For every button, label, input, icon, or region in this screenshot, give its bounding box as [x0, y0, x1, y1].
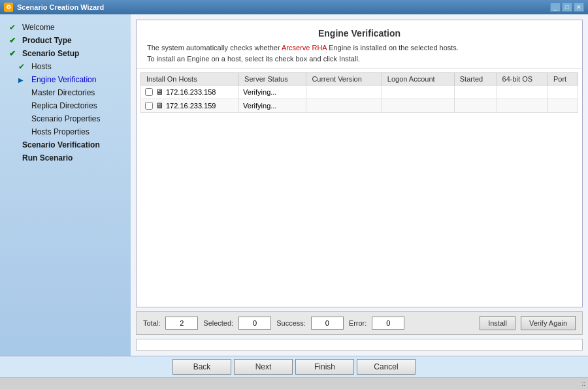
- selected-label: Selected:: [203, 319, 233, 327]
- logon-cell: [382, 86, 454, 99]
- host-cell: 🖥 172.16.233.158: [141, 86, 239, 99]
- success-input: [311, 317, 344, 330]
- sidebar-item-scenario-verification[interactable]: Scenario Verification: [0, 138, 131, 151]
- os64-cell: [497, 86, 547, 99]
- os64-cell: [497, 99, 547, 113]
- sidebar-label-scenario-properties: Scenario Properties: [31, 114, 100, 123]
- desc-pre: The system automatically checks whether: [147, 44, 282, 52]
- cancel-button[interactable]: Cancel: [357, 359, 416, 375]
- started-cell: [454, 86, 497, 99]
- status-bar: ::: [0, 377, 588, 389]
- status-cell: Verifying...: [239, 86, 306, 99]
- selected-input: [238, 317, 271, 330]
- col-install-on-hosts: Install On Hosts: [141, 73, 239, 86]
- sidebar-label-replica-directories: Replica Directories: [31, 101, 97, 110]
- host-checkbox[interactable]: [145, 102, 153, 110]
- col-port: Port: [547, 73, 578, 86]
- check-icon: ✔: [9, 36, 18, 45]
- sidebar-label-hosts: Hosts: [31, 62, 52, 71]
- sidebar-item-scenario-setup[interactable]: ✔ Scenario Setup: [0, 47, 131, 60]
- install-button[interactable]: Install: [480, 316, 515, 330]
- sidebar-label-scenario-setup: Scenario Setup: [22, 49, 79, 58]
- title-bar: ⚙ Scenario Creation Wizard _ □ ✕: [0, 0, 588, 14]
- host-checkbox[interactable]: [145, 88, 153, 96]
- close-button[interactable]: ✕: [574, 3, 584, 12]
- sidebar-item-replica-directories[interactable]: Replica Directories: [0, 99, 131, 112]
- version-cell: [306, 86, 382, 99]
- status-cell: Verifying...: [239, 99, 306, 113]
- sidebar-item-hosts[interactable]: ✔ Hosts: [0, 60, 131, 73]
- maximize-button[interactable]: □: [562, 3, 572, 12]
- error-input: [372, 317, 404, 330]
- sidebar-item-welcome[interactable]: ✔ Welcome: [0, 21, 131, 34]
- col-logon-account: Logon Account: [382, 73, 454, 86]
- title-controls[interactable]: _ □ ✕: [550, 3, 584, 12]
- col-started: Started: [454, 73, 497, 86]
- port-cell: [547, 99, 578, 113]
- next-button[interactable]: Next: [234, 359, 293, 375]
- footer: Back Next Finish Cancel: [0, 356, 588, 377]
- main-content: ✔ Welcome ✔ Product Type ✔ Scenario Setu…: [0, 14, 588, 356]
- col-current-version: Current Version: [306, 73, 382, 86]
- arrow-icon: ▶: [18, 76, 27, 84]
- sidebar-label-master-directories: Master Directories: [31, 88, 95, 97]
- arcserve-link[interactable]: Arcserve RHA: [282, 44, 327, 52]
- check-icon: ✔: [18, 62, 27, 71]
- sidebar-label-welcome: Welcome: [22, 23, 55, 32]
- host-table: Install On Hosts Server Status Current V…: [140, 72, 578, 113]
- table-area: Install On Hosts Server Status Current V…: [137, 69, 582, 307]
- logon-cell: [382, 99, 454, 113]
- progress-bar-area: [136, 339, 583, 350]
- version-cell: [306, 99, 382, 113]
- total-input: [165, 317, 198, 330]
- total-label: Total:: [143, 319, 160, 327]
- table-row[interactable]: 🖥 172.16.233.158 Verifying...: [141, 86, 578, 99]
- sidebar-item-product-type[interactable]: ✔ Product Type: [0, 34, 131, 47]
- finish-button[interactable]: Finish: [295, 359, 354, 375]
- desc2: To install an Engine on a host, select i…: [147, 55, 360, 63]
- window-title: Scenario Creation Wizard: [17, 3, 104, 11]
- check-icon: ✔: [9, 49, 18, 58]
- col-64bit-os: 64-bit OS: [497, 73, 547, 86]
- verify-again-button[interactable]: Verify Again: [521, 316, 576, 330]
- sidebar-item-hosts-properties[interactable]: Hosts Properties: [0, 125, 131, 138]
- back-button[interactable]: Back: [172, 359, 231, 375]
- table-row[interactable]: 🖥 172.16.233.159 Verifying...: [141, 99, 578, 113]
- desc-post: Engine is installed on the selected host…: [327, 44, 459, 52]
- content-box: Engine Verification The system automatic…: [136, 20, 583, 307]
- sidebar-label-scenario-verification: Scenario Verification: [22, 140, 100, 149]
- stats-bar: Total: Selected: Success: Error: Install…: [136, 311, 583, 335]
- sidebar-item-run-scenario[interactable]: Run Scenario: [0, 151, 131, 164]
- server-icon: 🖥: [155, 101, 163, 110]
- col-server-status: Server Status: [239, 73, 306, 86]
- sidebar-label-product-type: Product Type: [22, 36, 72, 45]
- app-icon: ⚙: [4, 3, 13, 12]
- right-panel: Engine Verification The system automatic…: [131, 14, 588, 356]
- content-header: Engine Verification The system automatic…: [137, 20, 582, 69]
- port-cell: [547, 86, 578, 99]
- page-title: Engine Verification: [147, 28, 572, 39]
- check-icon: ✔: [9, 23, 18, 32]
- host-address: 172.16.233.158: [166, 88, 216, 96]
- status-right: ::: [581, 380, 585, 387]
- sidebar-label-run-scenario: Run Scenario: [22, 153, 73, 163]
- error-label: Error:: [349, 319, 367, 327]
- host-address: 172.16.233.159: [166, 102, 216, 110]
- success-label: Success:: [276, 319, 306, 327]
- sidebar-item-master-directories[interactable]: Master Directories: [0, 86, 131, 99]
- sidebar: ✔ Welcome ✔ Product Type ✔ Scenario Setu…: [0, 14, 131, 356]
- sidebar-label-hosts-properties: Hosts Properties: [31, 127, 90, 136]
- sidebar-item-scenario-properties[interactable]: Scenario Properties: [0, 112, 131, 125]
- description: The system automatically checks whether …: [147, 42, 572, 64]
- sidebar-item-engine-verification[interactable]: ▶ Engine Verification: [0, 73, 131, 86]
- sidebar-label-engine-verification: Engine Verification: [31, 75, 96, 84]
- started-cell: [454, 99, 497, 113]
- minimize-button[interactable]: _: [550, 3, 561, 12]
- title-bar-left: ⚙ Scenario Creation Wizard: [4, 3, 104, 12]
- server-icon: 🖥: [155, 87, 163, 97]
- host-cell: 🖥 172.16.233.159: [141, 99, 239, 113]
